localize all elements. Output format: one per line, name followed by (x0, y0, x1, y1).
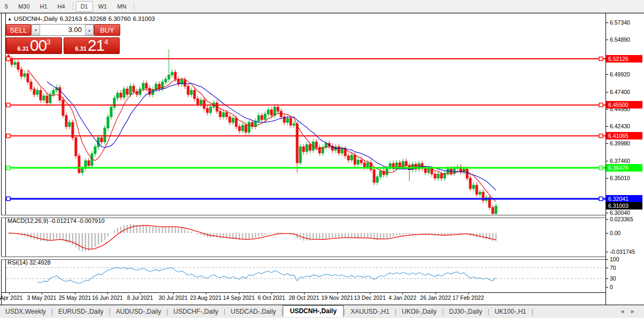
date-axis-label: 19 Nov 2021 (321, 294, 353, 301)
price-axis-tickmark (606, 22, 608, 23)
current-price-tag: 6.31003 (606, 202, 642, 210)
price-axis-tickmark (606, 92, 608, 92)
date-axis-label: 28 Oct 2021 (289, 294, 319, 301)
price-axis-tickmark (606, 126, 608, 127)
macd-axis-tick: 0.00 (610, 230, 620, 236)
date-axis-label: 17 Feb 2022 (453, 294, 484, 301)
timeframe-button-w1[interactable]: W1 (94, 1, 112, 12)
date-axis-tickmark (206, 292, 206, 294)
date-axis-label: 23 Aug 2021 (190, 294, 222, 301)
tab-scroll-arrows[interactable]: ◄► (619, 308, 641, 314)
macd-axis-tick: 0.023365 (610, 216, 633, 222)
tab-uk100-h1[interactable]: UK100-,H1 (489, 306, 531, 317)
level-price-tag: 6.52126 (606, 55, 642, 63)
rsi-axis-tickmark (606, 287, 608, 288)
date-axis-tickmark (436, 292, 436, 294)
rsi-indicator-pane[interactable] (6, 259, 606, 292)
date-axis-tickmark (239, 292, 239, 294)
date-axis-tickmark (9, 292, 10, 294)
price-axis-tickmark (606, 161, 608, 161)
price-axis-tickmark (606, 40, 608, 40)
mt4-chart-window: 5M30H1H4D1W1MN ▲USDCNH-,Daily6.321636.32… (0, 0, 644, 318)
macd-axis-tickmark (606, 252, 608, 252)
level-price-tag: 6.32041 (606, 195, 642, 203)
timeframe-button-h4[interactable]: H4 (53, 1, 70, 12)
date-axis-label: 30 Jul 2021 (159, 294, 188, 301)
price-axis-tickmark (606, 143, 608, 144)
rsi-axis-tick: 0 (610, 284, 613, 290)
timeframe-button-5[interactable]: 5 (0, 1, 13, 12)
tab-usdcad-daily[interactable]: USDCAD-,Daily (226, 306, 282, 317)
date-axis-tickmark (337, 292, 338, 294)
price-chart[interactable] (6, 13, 606, 214)
macd-axis-tickmark (606, 233, 608, 234)
date-axis-tickmark (402, 292, 403, 294)
price-axis-tick: 6.42430 (610, 123, 630, 129)
rsi-axis-tick: 30 (610, 275, 616, 282)
rsi-axis-tickmark (606, 259, 608, 260)
price-axis-tick: 6.49920 (610, 71, 630, 77)
tab-scroll-right-icon[interactable]: ► (630, 308, 641, 314)
date-axis-tickmark (173, 292, 174, 294)
window-left-border (1, 13, 2, 305)
date-axis-tickmark (107, 292, 108, 294)
macd-indicator-pane[interactable] (6, 217, 606, 256)
price-axis-tick: 6.35010 (610, 175, 630, 181)
level-price-tag: 6.41065 (606, 132, 642, 139)
date-axis-tickmark (42, 292, 42, 294)
price-axis-tick: 6.57340 (610, 19, 630, 26)
price-axis-tick: 6.54890 (610, 36, 630, 43)
level-price-tag: 6.45500 (606, 101, 642, 108)
rsi-axis-tickmark (606, 278, 608, 279)
date-axis-label: 14 Sep 2021 (223, 294, 255, 301)
tab-ukoil-daily[interactable]: UKOil-,Daily (397, 306, 442, 317)
tab-eurusd-daily[interactable]: EURUSD-,Daily (53, 306, 109, 317)
timeframe-button-m30[interactable]: M30 (13, 1, 34, 12)
tab-audusd-daily[interactable]: AUDUSD-,Daily (111, 306, 167, 317)
date-axis-label: 8 Jul 2021 (127, 294, 153, 301)
toolbar-separator (73, 2, 73, 10)
rsi-bottom-border (1, 292, 606, 293)
timeframe-toolbar: 5M30H1H4D1W1MN (0, 0, 644, 13)
date-axis-label: 9 Apr 2021 (0, 294, 22, 301)
timeframe-button-mn[interactable]: MN (112, 1, 131, 12)
tab-scroll-left-icon[interactable]: ◄ (619, 308, 630, 314)
price-axis-tickmark (606, 74, 608, 75)
date-axis-tickmark (271, 292, 272, 294)
price-axis-tickmark (606, 109, 608, 110)
date-axis-tickmark (370, 292, 370, 294)
macd-axis-tickmark (606, 219, 608, 220)
price-axis-tick: 6.30040 (610, 210, 630, 216)
date-axis-tickmark (468, 292, 469, 294)
date-axis-label: 3 May 2021 (27, 294, 57, 301)
date-axis-tickmark (75, 292, 75, 294)
price-axis-tick: 6.39980 (610, 140, 630, 146)
level-price-tag: 6.36476 (606, 164, 642, 172)
macd-axis-tick: -0.031745 (610, 249, 635, 255)
date-axis-tickmark (304, 292, 305, 294)
toolbar-separator (134, 2, 134, 10)
date-axis-label: 4 Jan 2022 (389, 294, 416, 301)
price-axis-tickmark (606, 178, 608, 179)
date-axis-label: 6 Oct 2021 (258, 294, 285, 301)
tab-usdcnh-daily[interactable]: USDCNH-,Daily (283, 305, 343, 317)
rsi-axis-tick: 100 (610, 256, 619, 262)
chart-tab-bar: USDX,Weekly|EURUSD-,Daily|AUDUSD-,Daily|… (0, 305, 644, 318)
tab-xauusd-h1[interactable]: XAUUSD-,H1 (345, 306, 395, 317)
tab-usdx-weekly[interactable]: USDX,Weekly (0, 306, 51, 317)
rsi-axis-tickmark (606, 268, 608, 268)
tab-dj30-daily[interactable]: DJ30-,Daily (444, 306, 487, 317)
timeframe-button-h1[interactable]: H1 (35, 1, 52, 12)
tab-usdchf-daily[interactable]: USDCHF-,Daily (168, 306, 224, 317)
rsi-axis-tick: 70 (610, 265, 616, 271)
date-axis-tickmark (140, 292, 141, 294)
price-axis-tick: 6.47400 (610, 89, 630, 95)
timeframe-button-d1[interactable]: D1 (76, 1, 93, 12)
price-axis-tick: 6.37460 (610, 158, 630, 164)
date-axis-label: 16 Jun 2021 (92, 294, 123, 301)
price-axis-tickmark (606, 213, 608, 213)
date-axis-label: 25 May 2021 (59, 294, 91, 301)
date-axis-label: 26 Jan 2022 (420, 294, 451, 301)
date-axis-label: 13 Dec 2021 (354, 294, 386, 301)
tab-separator: | (532, 308, 533, 315)
